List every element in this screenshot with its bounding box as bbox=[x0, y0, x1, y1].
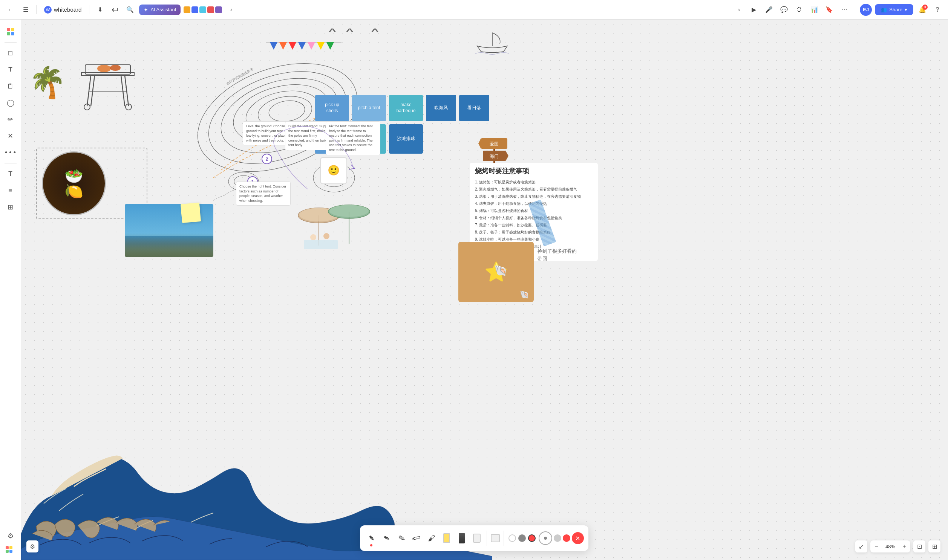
dot-colors bbox=[554, 534, 570, 542]
toolbar-divider-bt-1 bbox=[486, 531, 487, 546]
card-blow-wind[interactable]: 吹海风 bbox=[426, 95, 456, 121]
app-dot-orange[interactable] bbox=[184, 6, 190, 13]
mic-button[interactable]: 🎤 bbox=[763, 4, 775, 16]
comment-button[interactable]: 💬 bbox=[778, 4, 790, 16]
zoom-in-button[interactable]: + bbox=[898, 540, 910, 552]
wave-scrolls bbox=[32, 496, 183, 541]
sidebar-text-tool[interactable]: T bbox=[3, 62, 18, 77]
share-dropdown-icon: ▾ bbox=[905, 7, 907, 12]
sidebar-pen-tool[interactable]: ✏ bbox=[3, 112, 18, 127]
target-button[interactable] bbox=[539, 531, 552, 545]
app-dot-cyan[interactable] bbox=[199, 6, 206, 13]
sidebar-text2-tool[interactable]: T bbox=[3, 166, 18, 182]
pencil-icon: ✏ bbox=[396, 532, 407, 544]
brush-tool[interactable]: 🖌 bbox=[425, 528, 438, 548]
highlighter-tool[interactable] bbox=[440, 528, 454, 548]
color-red[interactable] bbox=[528, 534, 536, 542]
ai-assistant-button[interactable]: ✦ AI Assistant bbox=[139, 5, 181, 15]
app-logo[interactable]: W whiteboard bbox=[41, 5, 85, 15]
download-button[interactable]: ⬇ bbox=[94, 4, 106, 16]
sidebar-more-tools[interactable]: • • • bbox=[3, 145, 18, 160]
cursor-button-bl[interactable]: ⚙ bbox=[26, 540, 39, 552]
share-button[interactable]: 👥 Share ▾ bbox=[875, 4, 913, 15]
app-switcher bbox=[184, 6, 222, 13]
bookmark-button[interactable]: 🔖 bbox=[823, 4, 835, 16]
svg-text:爱国: 爱国 bbox=[489, 141, 499, 146]
user-avatar[interactable]: EJ bbox=[860, 4, 872, 16]
food-emoji: 🥗🍋 bbox=[65, 168, 83, 198]
ai-label: AI Assistant bbox=[150, 7, 176, 12]
pen-tool[interactable]: ✒ bbox=[380, 528, 393, 548]
tag-button[interactable]: 🏷 bbox=[109, 4, 121, 16]
grid-view-button[interactable]: ⊞ bbox=[928, 540, 940, 552]
color-row bbox=[508, 534, 536, 542]
sidebar-list-tool[interactable]: ≡ bbox=[3, 183, 18, 198]
dot-red[interactable] bbox=[563, 534, 570, 542]
smiley-face: 🙂 bbox=[327, 164, 340, 177]
collapse-button[interactable]: ‹ bbox=[225, 4, 237, 16]
card-make-barbeque[interactable]: make barbeque bbox=[389, 95, 423, 121]
marker-tool[interactable]: 🖊 bbox=[410, 528, 423, 548]
card-pick-up-shells[interactable]: pick up shells bbox=[315, 95, 349, 121]
color-white[interactable] bbox=[508, 534, 516, 542]
eraser-tool-bt[interactable] bbox=[470, 528, 483, 548]
search-button[interactable]: 🔍 bbox=[124, 4, 136, 16]
card-pitch-a-tent[interactable]: pitch a tent bbox=[352, 95, 386, 121]
svg-rect-29 bbox=[304, 240, 338, 249]
svg-marker-38 bbox=[317, 42, 324, 50]
brush-icon: 🖌 bbox=[428, 534, 435, 543]
stroke-tool[interactable] bbox=[490, 528, 500, 548]
sidebar-eraser-tool[interactable]: ✕ bbox=[3, 128, 18, 143]
help-button[interactable]: ? bbox=[931, 4, 943, 16]
card-watch-sunset[interactable]: 看日落 bbox=[459, 95, 489, 121]
fit-view-button[interactable]: ⊡ bbox=[913, 540, 925, 552]
canvas-area[interactable]: 🌴 bbox=[21, 20, 948, 560]
toolbar-close-button[interactable]: ✕ bbox=[572, 532, 584, 544]
back-button[interactable]: ← bbox=[5, 4, 17, 16]
app-dot-blue[interactable] bbox=[191, 6, 198, 13]
toolbar-divider-3 bbox=[855, 5, 855, 14]
present-button[interactable]: 📊 bbox=[808, 4, 820, 16]
dot-gray[interactable] bbox=[554, 534, 561, 542]
zoom-out-button[interactable]: − bbox=[870, 540, 882, 552]
notification-button[interactable]: 🔔 3 bbox=[916, 4, 928, 16]
zoom-percentage[interactable]: 48% bbox=[882, 544, 898, 549]
menu-button[interactable]: ☰ bbox=[20, 4, 32, 16]
pencil-tool[interactable]: ✏ bbox=[395, 528, 408, 548]
svg-marker-47 bbox=[505, 151, 508, 161]
drawing-toolbar: ✒ ✒ ✏ 🖊 🖌 ✕ bbox=[360, 525, 588, 551]
calligraphy-tool[interactable] bbox=[455, 528, 469, 548]
sidebar-sticky-tool[interactable]: 🗒 bbox=[3, 79, 18, 94]
sidebar-apps-button[interactable] bbox=[3, 543, 15, 555]
sidebar-divider-2 bbox=[5, 163, 17, 163]
svg-point-31 bbox=[323, 233, 329, 239]
marker-icon: 🖊 bbox=[411, 532, 422, 544]
shell-emoji: 🐚 bbox=[520, 290, 529, 299]
svg-point-10 bbox=[110, 65, 120, 71]
app-dot-red[interactable] bbox=[207, 6, 214, 13]
sidebar-table-tool[interactable]: ⊞ bbox=[3, 200, 18, 215]
fountain-pen-tool[interactable]: ✒ bbox=[364, 528, 378, 548]
fountain-pen-icon: ✒ bbox=[365, 532, 377, 544]
pink-shell: 🐚 bbox=[494, 265, 507, 277]
card-sand-volleyball[interactable]: 沙滩排球 bbox=[389, 124, 423, 154]
sidebar-shapes-tool[interactable]: ◯ bbox=[3, 95, 18, 110]
sidebar-frame-tool[interactable]: □ bbox=[3, 46, 18, 61]
tent-step-2-circle: 2 bbox=[262, 154, 272, 164]
play-button[interactable]: ▶ bbox=[748, 4, 760, 16]
more-button[interactable]: ⋯ bbox=[838, 4, 851, 16]
sidebar-settings-button[interactable]: ⚙ bbox=[3, 528, 18, 543]
tent-step-4-note: Fix the tent: Connect the tent body to t… bbox=[326, 121, 380, 155]
toolbar-divider-bt-2 bbox=[503, 531, 504, 546]
sidebar-color-apps[interactable] bbox=[3, 24, 18, 39]
app-title: whiteboard bbox=[54, 6, 82, 13]
calligraphy-icon bbox=[459, 533, 465, 543]
bbq-grill-illustration bbox=[74, 57, 142, 125]
app-dot-purple[interactable] bbox=[215, 6, 222, 13]
cursor-tool-br[interactable]: ↙ bbox=[855, 540, 867, 552]
birds-decoration: ∧ ∧ ∧ bbox=[330, 26, 377, 34]
forward-button[interactable]: › bbox=[733, 4, 745, 16]
smiley-card[interactable]: 🙂 bbox=[320, 157, 347, 184]
color-gray[interactable] bbox=[518, 534, 526, 542]
timer-button[interactable]: ⏱ bbox=[793, 4, 805, 16]
